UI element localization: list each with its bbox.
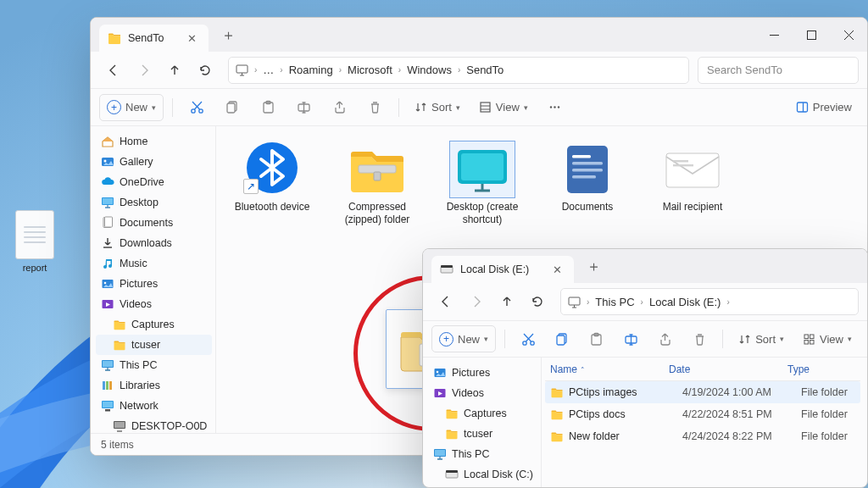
network-icon [101, 399, 114, 413]
tree-item-label: OneDrive [120, 176, 164, 188]
item-docpanel[interactable]: Documents [542, 136, 633, 231]
breadcrumb[interactable]: › This PC › Local Disk (E:) › [560, 288, 859, 315]
item-bluetooth[interactable]: ↗Bluetooth device [226, 136, 318, 231]
col-name[interactable]: Name˄ [550, 363, 669, 375]
item-mail[interactable]: Mail recipient [647, 136, 738, 231]
item-zip[interactable]: Compressed (zipped) folder [331, 136, 423, 231]
tree-item-pictures[interactable]: Pictures [428, 363, 537, 383]
item-desktop-screen[interactable]: Desktop (create shortcut) [437, 136, 528, 231]
new-button[interactable]: +New▾ [99, 94, 164, 121]
column-headers[interactable]: Name˄ Date Type [545, 358, 860, 381]
preview-button[interactable]: Preview [789, 94, 859, 121]
nav-tree[interactable]: PicturesVideosCapturestcuserThis PCLocal… [423, 358, 542, 487]
paste-button[interactable] [582, 325, 611, 352]
svg-point-10 [550, 106, 552, 108]
back-button[interactable] [431, 287, 460, 316]
rename-button[interactable] [616, 325, 645, 352]
close-button[interactable] [830, 18, 867, 52]
svg-rect-40 [461, 153, 504, 180]
svg-rect-32 [114, 422, 125, 428]
cut-button[interactable] [514, 325, 542, 352]
breadcrumb-seg[interactable]: Local Disk (E:) [649, 296, 721, 308]
tree-item-gallery[interactable]: Gallery [96, 152, 212, 172]
copy-button[interactable] [217, 94, 248, 121]
tree-item-downloads[interactable]: Downloads [96, 233, 212, 253]
copy-button[interactable] [548, 325, 576, 352]
refresh-button[interactable] [191, 56, 220, 85]
tree-item-computer[interactable]: DESKTOP-O0D [96, 416, 212, 433]
tree-item-home[interactable]: Home [96, 131, 212, 152]
table-row[interactable]: New folder4/24/2024 8:22 PMFile folder [545, 425, 860, 447]
maximize-button[interactable] [793, 18, 830, 52]
tree-item-videos[interactable]: Videos [428, 383, 537, 403]
tree-item-videos[interactable]: Videos [96, 294, 212, 314]
share-button[interactable] [650, 325, 679, 352]
back-button[interactable] [99, 56, 128, 85]
file-list[interactable]: Name˄ Date Type PCtips images4/19/2024 1… [542, 358, 867, 487]
rename-button[interactable] [288, 94, 319, 121]
breadcrumb-seg[interactable]: Roaming [289, 64, 333, 76]
tree-item-thispc[interactable]: This PC [96, 355, 212, 375]
up-button[interactable] [160, 56, 189, 85]
up-button[interactable] [492, 287, 521, 316]
tree-item-documents[interactable]: Documents [96, 213, 212, 233]
new-tab-button[interactable]: ＋ [215, 22, 241, 47]
new-tab-button[interactable]: ＋ [581, 253, 606, 279]
tree-item-network[interactable]: Network [96, 396, 212, 416]
plus-icon: + [107, 100, 121, 114]
tree-item-folder[interactable]: Captures [96, 314, 212, 335]
forward-button[interactable] [462, 287, 491, 316]
delete-button[interactable] [685, 325, 714, 352]
close-tab-icon[interactable]: ✕ [553, 263, 562, 276]
tree-item-desktop[interactable]: Desktop [96, 192, 212, 213]
delete-button[interactable] [359, 94, 390, 121]
chevron-down-icon: ▾ [524, 103, 528, 112]
paste-button[interactable] [253, 94, 283, 121]
tree-item-folder[interactable]: tcuser [96, 335, 212, 355]
col-type[interactable]: Type [787, 363, 860, 375]
tab-local-disk[interactable]: Local Disk (E:) ✕ [431, 256, 574, 283]
sort-button[interactable]: Sort▾ [408, 94, 467, 121]
folder-icon [108, 31, 121, 45]
tree-item-music[interactable]: Music [96, 253, 212, 274]
col-date[interactable]: Date [669, 363, 787, 375]
sort-button[interactable]: Sort▾ [732, 325, 791, 352]
explorer-window-local-disk[interactable]: Local Disk (E:) ✕ ＋ › This PC › Local Di… [422, 248, 868, 488]
tree-item-onedrive[interactable]: OneDrive [96, 172, 212, 192]
forward-button[interactable] [130, 56, 159, 85]
more-button[interactable] [540, 94, 570, 121]
desktop-file-report[interactable]: report [5, 210, 64, 273]
tree-item-libraries[interactable]: Libraries [96, 375, 212, 396]
new-button[interactable]: +New▾ [431, 325, 496, 352]
table-row[interactable]: PCtips docs4/22/2024 8:51 PMFile folder [545, 403, 860, 425]
cut-button[interactable] [181, 94, 212, 121]
share-button[interactable] [324, 94, 354, 121]
tree-item-folder[interactable]: Captures [428, 403, 537, 424]
minimize-button[interactable] [755, 18, 793, 52]
nav-tree[interactable]: HomeGalleryOneDriveDesktopDocumentsDownl… [91, 126, 216, 433]
tree-item-drive[interactable]: Local Disk (C:) [428, 464, 537, 485]
tree-item-folder[interactable]: tcuser [428, 424, 537, 444]
refresh-button[interactable] [523, 287, 552, 316]
close-tab-icon[interactable]: ✕ [187, 32, 197, 45]
tab-strip: SendTo ✕ ＋ [91, 18, 867, 52]
svg-point-65 [437, 371, 439, 374]
search-input[interactable]: Search SendTo [698, 57, 859, 84]
tree-item-drive[interactable]: Local Disk (D:) [428, 485, 537, 487]
view-button[interactable]: View▾ [796, 325, 859, 352]
view-button[interactable]: View▾ [472, 94, 535, 121]
tree-item-pictures[interactable]: Pictures [96, 274, 212, 294]
divider [398, 98, 399, 117]
breadcrumb[interactable]: › … › Roaming › Microsoft › Windows › Se… [228, 57, 689, 84]
table-row[interactable]: PCtips images4/19/2024 1:00 AMFile folde… [545, 381, 860, 403]
svg-rect-27 [109, 381, 112, 390]
breadcrumb-seg[interactable]: This PC [595, 296, 634, 308]
tree-item-thispc[interactable]: This PC [428, 444, 537, 464]
tree-item-label: Network [120, 400, 159, 412]
breadcrumb-seg[interactable]: Windows [407, 64, 452, 76]
tab-sendto[interactable]: SendTo ✕ [99, 25, 209, 52]
breadcrumb-seg[interactable]: SendTo [466, 64, 504, 76]
breadcrumb-overflow[interactable]: … [263, 64, 274, 76]
breadcrumb-seg[interactable]: Microsoft [348, 64, 392, 76]
svg-rect-1 [236, 65, 248, 73]
